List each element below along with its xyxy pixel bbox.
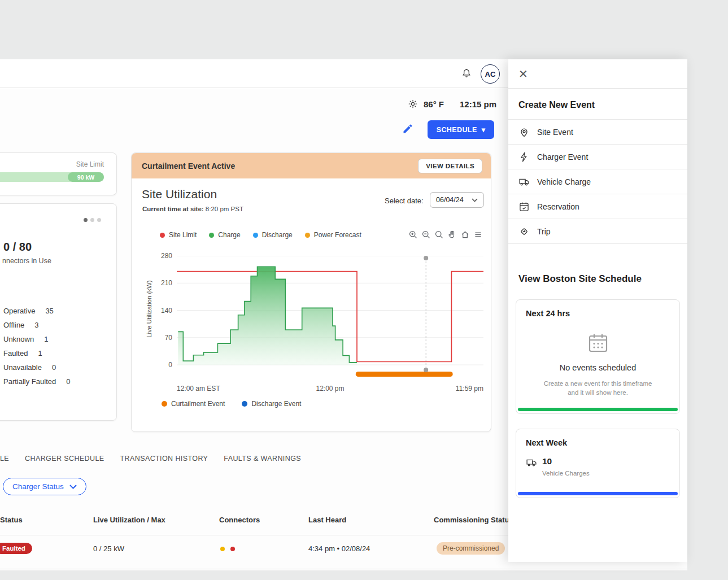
x-axis-ticks: 12:00 am EST12:00 pm11:59 pm — [177, 385, 485, 393]
next-24-hrs-title: Next 24 hrs — [526, 309, 570, 318]
menu-item-label: Trip — [537, 227, 551, 236]
legend-label: Curtailment Event — [171, 400, 225, 408]
vehicle-icon — [526, 457, 537, 468]
close-icon[interactable]: ✕ — [518, 68, 528, 80]
chart-modebar — [408, 230, 483, 239]
connector-status-row: Faulted1 — [3, 350, 70, 357]
location-pin-icon — [518, 127, 530, 138]
legend-dot — [242, 401, 247, 407]
chevron-down-icon — [472, 198, 478, 202]
menu-item[interactable]: Vehicle Charge — [508, 169, 687, 194]
status-value: 1 — [38, 349, 42, 357]
table-header-last-heard: Last Heard — [308, 516, 346, 524]
legend-dot — [253, 233, 258, 238]
drawer-top-bar: ✕ — [508, 59, 687, 89]
vehicle-charges-summary: 10 Vehicle Charges — [526, 456, 590, 477]
menu-item-label: Vehicle Charge — [537, 177, 591, 186]
commissioning-badge: Pre-commissioned — [437, 542, 505, 555]
utilization-chart[interactable] — [177, 256, 485, 380]
menu-icon[interactable] — [473, 230, 483, 239]
status-value: 1 — [44, 335, 48, 343]
table-cell-last-heard: 4:34 pm • 02/08/24 — [308, 544, 370, 553]
calendar-icon — [518, 201, 530, 212]
status-value: 0 — [66, 377, 70, 386]
menu-item[interactable]: Site Event — [508, 120, 687, 145]
next-week-card: Next Week 10 Vehicle Charges — [516, 429, 680, 498]
menu-item[interactable]: Reservation — [508, 194, 687, 219]
carousel-dot[interactable] — [90, 218, 94, 222]
chevron-down-icon — [69, 485, 77, 489]
x-tick-label: 11:59 pm — [456, 385, 483, 393]
date-select[interactable]: 06/04/24 — [430, 192, 484, 208]
empty-hint-line: Create a new event for this timeframe — [516, 380, 679, 387]
temperature: 86° F — [424, 99, 444, 109]
next-week-title: Next Week — [526, 438, 567, 447]
status-label: Unknown — [3, 335, 34, 343]
calendar-icon — [587, 332, 609, 354]
avatar[interactable]: AC — [481, 64, 500, 84]
lightning-icon — [518, 151, 530, 163]
create-new-event-heading: Create New Event — [508, 89, 687, 120]
view-details-button[interactable]: VIEW DETAILS — [418, 159, 482, 173]
legend-dot — [162, 401, 167, 407]
status-label: Operative — [3, 307, 35, 315]
site-utilization-card: Curtailment Event Active VIEW DETAILS Si… — [131, 152, 491, 432]
select-date-label: Select date: — [385, 197, 424, 205]
zoom-out-icon[interactable] — [421, 230, 431, 239]
legend-label: Charge — [218, 231, 240, 239]
status-value: 3 — [34, 321, 38, 329]
legend-dot — [209, 233, 214, 238]
legend-item: Power Forecast — [305, 231, 361, 239]
chart-legend: Site Limit Charge Discharge Powe — [160, 231, 361, 239]
charger-status-filter[interactable]: Charger Status — [3, 478, 86, 495]
avatar-initials: AC — [485, 70, 496, 79]
tab[interactable]: CHARGER SCHEDULE — [25, 455, 104, 463]
menu-item[interactable]: Trip — [508, 219, 687, 244]
blue-accent-bar — [518, 492, 678, 495]
vehicle-charges-count: 10 — [542, 456, 590, 466]
status-value: 0 — [52, 363, 56, 372]
trip-icon — [518, 226, 530, 237]
plot-area[interactable] — [177, 256, 485, 380]
status-label: Faulted — [3, 349, 28, 357]
curtailment-banner-title: Curtailment Event Active — [142, 162, 235, 171]
no-events-text: No events scheduled — [516, 363, 679, 372]
table-row-divider — [0, 569, 687, 569]
chart-subtitle-value: 8:20 pm PST — [204, 206, 243, 212]
zoom-reset-icon[interactable] — [434, 230, 444, 239]
y-tick-label: 0 — [132, 361, 172, 369]
schedule-button[interactable]: SCHEDULE ▾ — [428, 120, 494, 139]
menu-item[interactable]: Charger Event — [508, 145, 687, 169]
zoom-in-icon[interactable] — [408, 230, 418, 239]
schedule-button-label: SCHEDULE — [437, 126, 477, 134]
tab[interactable]: TRANSACTION HISTORY — [120, 455, 208, 463]
tab[interactable]: LE — [0, 455, 9, 463]
legend-label: Discharge — [262, 231, 293, 239]
status-label: Offline — [3, 321, 24, 329]
table-cell-connectors — [220, 547, 235, 551]
connectors-caption: nnectors in Use — [2, 257, 51, 265]
site-limit-card: Site Limit 90 kW — [0, 152, 117, 195]
table-header-connectors: Connectors — [219, 516, 260, 524]
create-event-drawer: ✕ Create New Event Site Event Charger Ev… — [508, 59, 687, 562]
y-tick-label: 70 — [132, 334, 172, 342]
y-axis-ticks: 070140210280 — [132, 256, 172, 365]
legend-dot — [160, 233, 165, 238]
x-tick-label: 12:00 pm — [316, 385, 344, 393]
carousel-dots[interactable] — [84, 218, 101, 222]
weather-time: 86° F 12:15 pm — [408, 99, 496, 109]
home-icon[interactable] — [460, 230, 470, 239]
connector-status-row: Unavailable0 — [3, 364, 70, 371]
connector-status-row: Offline3 — [3, 321, 70, 329]
chart-title: Site Utilization — [142, 187, 217, 201]
notification-bell-icon[interactable] — [461, 68, 472, 79]
connectors-count: 0 / 80 — [3, 241, 32, 254]
edit-pencil-icon[interactable] — [402, 123, 413, 134]
pan-icon[interactable] — [447, 230, 457, 239]
tab[interactable]: FAULTS & WARNINGS — [224, 455, 301, 463]
status-badge: Faulted — [0, 543, 32, 554]
carousel-dot[interactable] — [97, 218, 101, 222]
menu-item-label: Charger Event — [537, 152, 588, 162]
carousel-dot[interactable] — [84, 218, 88, 222]
site-schedule-heading: View Boston Site Schedule — [508, 273, 687, 285]
